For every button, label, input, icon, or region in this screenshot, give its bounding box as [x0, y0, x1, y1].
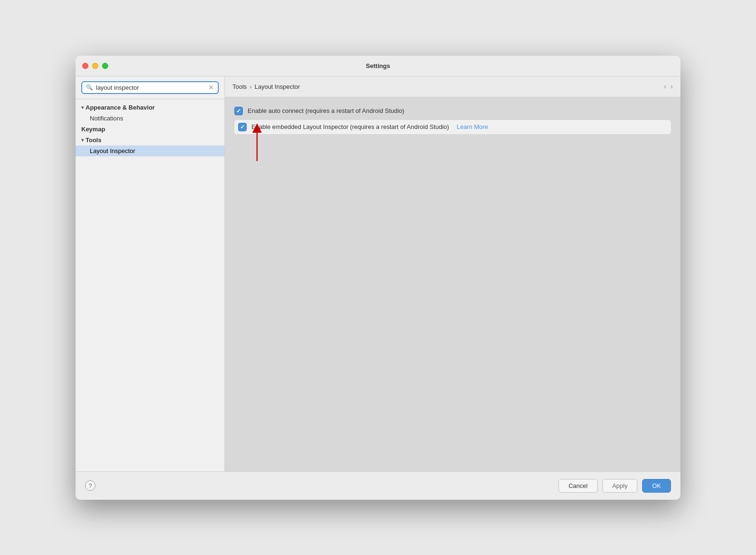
sidebar-item-tools[interactable]: ▾ Tools — [76, 135, 224, 145]
window-title: Settings — [366, 62, 390, 69]
sidebar-item-notifications[interactable]: Notifications — [76, 113, 224, 124]
sidebar-item-keymap[interactable]: Keymap — [76, 124, 224, 135]
search-input[interactable] — [96, 84, 206, 91]
cancel-button[interactable]: Cancel — [558, 479, 597, 493]
forward-button[interactable]: › — [670, 82, 673, 91]
search-icon: 🔍 — [86, 84, 93, 91]
back-button[interactable]: ‹ — [664, 82, 666, 91]
breadcrumb-separator: › — [249, 83, 251, 90]
content-area: Tools › Layout Inspector ‹ › ✓ Enable au… — [225, 77, 680, 471]
settings-window: Settings 🔍 ✕ ▾ Appearance & Behavior Not… — [76, 56, 680, 500]
help-icon: ? — [88, 482, 92, 489]
embedded-layout-inspector-label: Enable embedded Layout Inspector (requir… — [251, 123, 449, 130]
sidebar-item-label: Layout Inspector — [90, 147, 135, 154]
sidebar-item-label: Appearance & Behavior — [86, 104, 155, 111]
auto-connect-label: Enable auto connect (requires a restart … — [248, 107, 404, 114]
clear-search-button[interactable]: ✕ — [208, 84, 214, 91]
maximize-button[interactable] — [102, 63, 108, 69]
title-bar: Settings — [76, 56, 680, 77]
embedded-layout-inspector-row: ✓ Enable embedded Layout Inspector (requ… — [234, 120, 671, 134]
footer-left: ? — [85, 480, 95, 491]
traffic-lights — [82, 63, 108, 69]
sidebar-item-appearance-behavior[interactable]: ▾ Appearance & Behavior — [76, 102, 224, 113]
breadcrumb: Tools › Layout Inspector — [232, 83, 300, 90]
breadcrumb-root: Tools — [232, 83, 247, 90]
annotation-arrow — [248, 123, 266, 167]
close-button[interactable] — [82, 63, 88, 69]
learn-more-link[interactable]: Learn More — [456, 123, 488, 130]
sidebar: 🔍 ✕ ▾ Appearance & Behavior Notification… — [76, 77, 225, 471]
apply-button[interactable]: Apply — [602, 479, 638, 493]
sidebar-item-label: Tools — [86, 137, 102, 144]
auto-connect-row: ✓ Enable auto connect (requires a restar… — [234, 107, 671, 115]
sidebar-item-label: Keymap — [81, 126, 105, 133]
sidebar-item-layout-inspector[interactable]: Layout Inspector — [76, 145, 224, 156]
footer: ? Cancel Apply OK — [76, 471, 680, 500]
content-header: Tools › Layout Inspector ‹ › — [225, 77, 680, 97]
search-box[interactable]: 🔍 ✕ — [81, 81, 219, 94]
chevron-icon: ▾ — [81, 105, 84, 110]
chevron-icon: ▾ — [81, 137, 84, 143]
footer-right: Cancel Apply OK — [558, 479, 671, 493]
breadcrumb-current: Layout Inspector — [255, 83, 300, 90]
minimize-button[interactable] — [92, 63, 98, 69]
checkbox-check-icon: ✓ — [240, 124, 245, 130]
embedded-layout-inspector-checkbox[interactable]: ✓ — [238, 123, 247, 131]
checkbox-check-icon: ✓ — [236, 108, 241, 114]
nav-arrows: ‹ › — [664, 82, 673, 91]
settings-panel: ✓ Enable auto connect (requires a restar… — [225, 97, 680, 471]
auto-connect-checkbox[interactable]: ✓ — [234, 107, 243, 115]
sidebar-item-label: Notifications — [90, 115, 123, 122]
nav-tree: ▾ Appearance & Behavior Notifications Ke… — [76, 99, 224, 471]
search-container: 🔍 ✕ — [76, 77, 224, 99]
ok-button[interactable]: OK — [642, 479, 671, 493]
main-area: 🔍 ✕ ▾ Appearance & Behavior Notification… — [76, 77, 680, 471]
help-button[interactable]: ? — [85, 480, 95, 491]
